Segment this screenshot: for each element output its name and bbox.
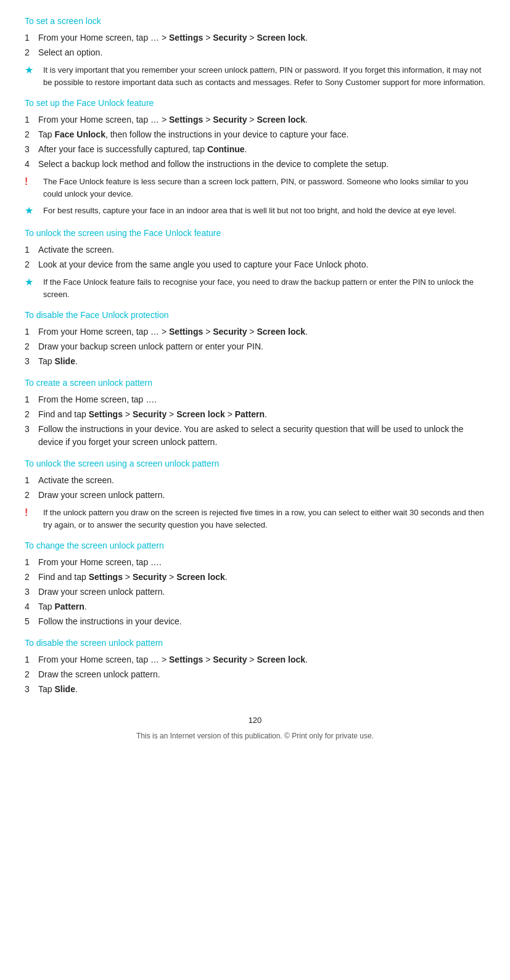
- step-number: 1: [25, 653, 38, 666]
- step-item: 1From your Home screen, tap … > Settings…: [25, 653, 485, 666]
- step-text: Draw the screen unlock pattern.: [38, 668, 160, 681]
- step-text: Look at your device from the same angle …: [38, 258, 368, 271]
- step-text: Find and tap Settings > Security > Scree…: [38, 408, 267, 421]
- steps-list-face-unlock-use: 1Activate the screen.2Look at your devic…: [25, 243, 485, 271]
- step-text: From your Home screen, tap … > Settings …: [38, 653, 308, 666]
- step-number: 3: [25, 355, 38, 368]
- step-number: 4: [25, 158, 38, 171]
- section-title-set-screen-lock: To set a screen lock: [25, 15, 485, 28]
- warning-text: The Face Unlock feature is less secure t…: [43, 176, 485, 200]
- steps-list-disable-unlock-pattern: 1From your Home screen, tap … > Settings…: [25, 653, 485, 696]
- tip-text: It is very important that you remember y…: [43, 64, 485, 88]
- step-item: 2Tap Face Unlock, then follow the instru…: [25, 128, 485, 141]
- step-item: 3After your face is successfully capture…: [25, 143, 485, 156]
- section-use-unlock-pattern: To unlock the screen using a screen unlo…: [25, 457, 485, 531]
- step-number: 2: [25, 489, 38, 502]
- section-disable-unlock-pattern: To disable the screen unlock pattern1Fro…: [25, 637, 485, 696]
- step-item: 2Select an option.: [25, 46, 485, 59]
- step-text: Draw your backup screen unlock pattern o…: [38, 340, 263, 353]
- section-change-unlock-pattern: To change the screen unlock pattern1From…: [25, 539, 485, 628]
- step-text: Follow the instructions in your device.: [38, 615, 182, 628]
- step-item: 1From your Home screen, tap … > Settings…: [25, 113, 485, 126]
- step-item: 2Draw your backup screen unlock pattern …: [25, 340, 485, 353]
- section-face-unlock-use: To unlock the screen using the Face Unlo…: [25, 227, 485, 300]
- step-item: 1From your Home screen, tap ….: [25, 556, 485, 569]
- step-text: From your Home screen, tap … > Settings …: [38, 31, 308, 44]
- tip-box: ★If the Face Unlock feature fails to rec…: [25, 276, 485, 300]
- step-text: Draw your screen unlock pattern.: [38, 489, 165, 502]
- step-item: 5Follow the instructions in your device.: [25, 615, 485, 628]
- tip-icon: ★: [25, 275, 38, 300]
- steps-list-face-unlock-setup: 1From your Home screen, tap … > Settings…: [25, 113, 485, 171]
- step-text: Activate the screen.: [38, 243, 114, 256]
- step-item: 4Select a backup lock method and follow …: [25, 158, 485, 171]
- step-number: 3: [25, 586, 38, 598]
- section-title-disable-unlock-pattern: To disable the screen unlock pattern: [25, 637, 485, 650]
- tip-text: If the Face Unlock feature fails to reco…: [43, 276, 485, 300]
- section-face-unlock-setup: To set up the Face Unlock feature1From y…: [25, 97, 485, 218]
- section-title-face-unlock-setup: To set up the Face Unlock feature: [25, 97, 485, 110]
- step-text: From your Home screen, tap ….: [38, 556, 162, 569]
- page-footer: 120This is an Internet version of this p…: [25, 714, 485, 741]
- step-number: 1: [25, 474, 38, 487]
- warning-box: !The Face Unlock feature is less secure …: [25, 176, 485, 200]
- step-text: Activate the screen.: [38, 474, 114, 487]
- step-number: 2: [25, 408, 38, 421]
- step-item: 3Tap Slide.: [25, 683, 485, 696]
- step-number: 1: [25, 31, 38, 44]
- step-text: Draw your screen unlock pattern.: [38, 586, 165, 598]
- step-text: After your face is successfully captured…: [38, 143, 247, 156]
- warning-icon: !: [25, 174, 38, 200]
- step-number: 2: [25, 128, 38, 141]
- steps-list-change-unlock-pattern: 1From your Home screen, tap ….2Find and …: [25, 556, 485, 628]
- step-number: 3: [25, 423, 38, 449]
- section-title-use-unlock-pattern: To unlock the screen using a screen unlo…: [25, 457, 485, 470]
- step-number: 3: [25, 683, 38, 696]
- step-text: Select a backup lock method and follow t…: [38, 158, 389, 171]
- step-item: 2Look at your device from the same angle…: [25, 258, 485, 271]
- step-text: Tap Slide.: [38, 355, 78, 368]
- main-content: To set a screen lock1From your Home scre…: [25, 15, 485, 741]
- tip-box: ★For best results, capture your face in …: [25, 205, 485, 218]
- step-number: 1: [25, 325, 38, 338]
- section-title-create-unlock-pattern: To create a screen unlock pattern: [25, 377, 485, 390]
- step-number: 2: [25, 571, 38, 584]
- step-item: 1From your Home screen, tap … > Settings…: [25, 325, 485, 338]
- step-item: 3Follow the instructions in your device.…: [25, 423, 485, 449]
- section-title-change-unlock-pattern: To change the screen unlock pattern: [25, 539, 485, 552]
- step-number: 1: [25, 393, 38, 406]
- section-create-unlock-pattern: To create a screen unlock pattern1From t…: [25, 377, 485, 449]
- step-text: From the Home screen, tap ….: [38, 393, 157, 406]
- step-text: Follow the instructions in your device. …: [38, 423, 485, 449]
- section-title-face-unlock-use: To unlock the screen using the Face Unlo…: [25, 227, 485, 240]
- step-item: 1From your Home screen, tap … > Settings…: [25, 31, 485, 44]
- step-item: 1Activate the screen.: [25, 243, 485, 256]
- section-face-unlock-disable: To disable the Face Unlock protection1Fr…: [25, 309, 485, 368]
- steps-list-set-screen-lock: 1From your Home screen, tap … > Settings…: [25, 31, 485, 59]
- steps-list-face-unlock-disable: 1From your Home screen, tap … > Settings…: [25, 325, 485, 368]
- step-text: Tap Slide.: [38, 683, 78, 696]
- step-item: 3Draw your screen unlock pattern.: [25, 586, 485, 598]
- page-number: 120: [25, 714, 485, 727]
- step-item: 1From the Home screen, tap ….: [25, 393, 485, 406]
- step-text: From your Home screen, tap … > Settings …: [38, 113, 308, 126]
- footer-note: This is an Internet version of this publ…: [25, 730, 485, 741]
- step-text: From your Home screen, tap … > Settings …: [38, 325, 308, 338]
- step-number: 1: [25, 243, 38, 256]
- step-number: 5: [25, 615, 38, 628]
- step-number: 2: [25, 258, 38, 271]
- step-item: 2Draw the screen unlock pattern.: [25, 668, 485, 681]
- step-number: 4: [25, 600, 38, 613]
- step-text: Find and tap Settings > Security > Scree…: [38, 571, 228, 584]
- step-text: Tap Pattern.: [38, 600, 87, 613]
- warning-icon: !: [25, 505, 38, 531]
- steps-list-create-unlock-pattern: 1From the Home screen, tap ….2Find and t…: [25, 393, 485, 449]
- step-number: 1: [25, 113, 38, 126]
- section-set-screen-lock: To set a screen lock1From your Home scre…: [25, 15, 485, 88]
- step-item: 4Tap Pattern.: [25, 600, 485, 613]
- step-number: 3: [25, 143, 38, 156]
- tip-icon: ★: [25, 203, 38, 218]
- step-text: Tap Face Unlock, then follow the instruc…: [38, 128, 349, 141]
- step-item: 2Find and tap Settings > Security > Scre…: [25, 571, 485, 584]
- steps-list-use-unlock-pattern: 1Activate the screen.2Draw your screen u…: [25, 474, 485, 502]
